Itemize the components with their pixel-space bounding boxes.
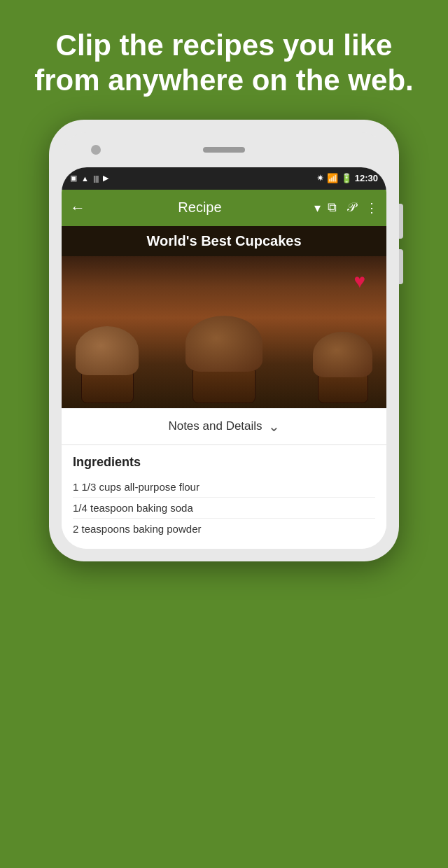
phone-bezel-top — [62, 132, 386, 167]
wifi-icon: 📶 — [327, 173, 338, 183]
cupcake-wrapper — [76, 326, 139, 403]
ingredient-item-2: 1/4 teaspoon baking soda — [73, 498, 375, 519]
ingredients-section: Ingredients 1 1/3 cups all-purpose flour… — [62, 444, 386, 549]
status-icon-4: ▶ — [103, 174, 108, 183]
cupcake-main-wrapper — [186, 316, 262, 403]
app-bar: ← Recipe ▾ ⧉ 𝒫 ⋮ — [62, 190, 386, 226]
cast-icon[interactable]: ⧉ — [328, 200, 337, 215]
ingredients-title: Ingredients — [73, 455, 375, 470]
notes-details-bar[interactable]: Notes and Details ⌄ — [62, 408, 386, 444]
hero-section: Clip the recipes you like from anywhere … — [0, 0, 448, 113]
status-icon-1: ▣ — [70, 174, 77, 183]
app-bar-actions: ⧉ 𝒫 ⋮ — [328, 200, 378, 216]
battery-icon: 🔋 — [341, 173, 352, 183]
cup-right — [318, 374, 368, 403]
phone-body: ▣ ▲ ||| ▶ ✴ 📶 🔋 12:30 ← Recipe ▾ ⧉ — [49, 120, 399, 561]
status-bar: ▣ ▲ ||| ▶ ✴ 📶 🔋 12:30 — [62, 167, 386, 190]
recipe-title: World's Best Cupcakes — [146, 233, 301, 248]
recipe-image: ♥ — [62, 256, 386, 408]
phone-side-button-1 — [399, 204, 403, 239]
phone-screen: ▣ ▲ ||| ▶ ✴ 📶 🔋 12:30 ← Recipe ▾ ⧉ — [62, 167, 386, 549]
frosting-main — [186, 316, 262, 372]
recipe-title-bar: World's Best Cupcakes — [62, 226, 386, 256]
favorite-heart-icon[interactable]: ♥ — [354, 270, 365, 293]
hero-title: Clip the recipes you like from anywhere … — [21, 28, 427, 99]
phone-camera — [91, 145, 101, 155]
status-right-icons: ✴ 📶 🔋 12:30 — [316, 173, 378, 183]
app-bar-title: Recipe — [92, 200, 307, 216]
more-options-icon[interactable]: ⋮ — [365, 200, 378, 216]
cupcake-right-wrapper — [313, 332, 372, 403]
cup-left — [81, 372, 134, 403]
ingredient-item-3: 2 teaspoons baking powder — [73, 519, 375, 539]
cupcake-main — [186, 316, 262, 403]
pinterest-icon[interactable]: 𝒫 — [346, 200, 356, 215]
notes-details-label: Notes and Details — [168, 419, 262, 433]
cupcake-right — [313, 332, 372, 403]
chevron-down-icon: ⌄ — [268, 418, 280, 435]
back-button[interactable]: ← — [70, 199, 85, 217]
cupcake-scene — [62, 256, 386, 408]
bluetooth-icon: ✴ — [316, 173, 324, 183]
frosting-left — [76, 326, 139, 375]
status-left-icons: ▣ ▲ ||| ▶ — [70, 174, 108, 183]
status-icon-2: ▲ — [81, 174, 89, 183]
cup-main — [192, 368, 255, 403]
phone-speaker — [203, 147, 245, 153]
frosting-right — [313, 332, 372, 377]
status-icon-3: ||| — [93, 174, 99, 183]
dropdown-arrow-icon[interactable]: ▾ — [314, 200, 321, 216]
phone-side-button-2 — [399, 249, 403, 284]
cupcake-left — [76, 326, 139, 403]
recipe-image-container: World's Best Cupcakes — [62, 226, 386, 408]
ingredient-item-1: 1 1/3 cups all-purpose flour — [73, 477, 375, 498]
phone-mockup: ▣ ▲ ||| ▶ ✴ 📶 🔋 12:30 ← Recipe ▾ ⧉ — [0, 120, 448, 561]
clock: 12:30 — [355, 173, 378, 183]
